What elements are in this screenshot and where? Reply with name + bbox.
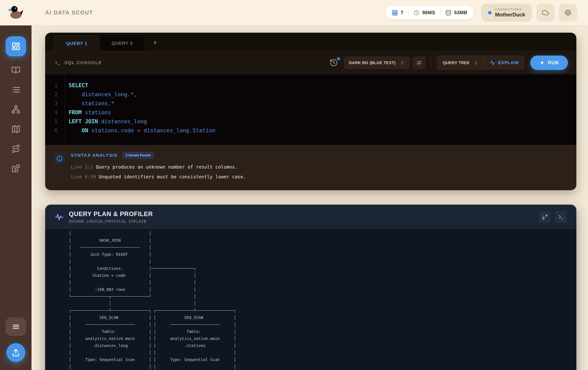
gear-icon xyxy=(564,9,572,16)
sidebar-item-schema[interactable] xyxy=(11,105,21,114)
sql-editor-panel: QUERY 1 QUERY 2 + SQL CONSOLE DARK BG (B… xyxy=(45,33,576,190)
menu-icon xyxy=(12,322,20,331)
explain-group: QUERY TREE EXPLAIN xyxy=(437,56,524,70)
issue-location: Line 6:39 xyxy=(71,174,96,179)
history-icon xyxy=(329,59,338,67)
stats-divider xyxy=(408,9,409,16)
notification-dot xyxy=(337,57,340,60)
history-button[interactable] xyxy=(329,59,338,67)
terminal-icon xyxy=(558,214,564,220)
tab-query-1[interactable]: QUERY 1 xyxy=(54,36,99,51)
sidebar-item-map[interactable] xyxy=(11,124,21,134)
clock-icon xyxy=(413,10,420,16)
stat-tables: 7 xyxy=(392,10,403,16)
explain-button[interactable]: EXPLAIN xyxy=(484,60,524,66)
connection-status-dot xyxy=(488,11,492,14)
theme-select[interactable]: DARK BG (BLUE TEXT) xyxy=(344,57,410,69)
app-logo xyxy=(0,3,32,22)
tab-query-2[interactable]: QUERY 2 xyxy=(100,35,145,51)
stat-duration: 96MS xyxy=(413,10,435,16)
expand-plan-button[interactable] xyxy=(539,211,551,223)
plan-mode-value: QUERY TREE xyxy=(443,60,470,65)
sidebar-item-lineage[interactable] xyxy=(11,144,21,153)
gutter-divider xyxy=(65,74,65,145)
plan-terminal-button[interactable] xyxy=(555,211,567,223)
issue-message xyxy=(93,164,96,170)
cloud-button[interactable] xyxy=(537,4,554,21)
top-bar: AI DATA SCOUT 7 96MS 53MB CONNECTIONS xyxy=(0,0,588,25)
syntax-issue: Line 6:39 Unquoted identifiers must be c… xyxy=(71,172,246,182)
stats-divider xyxy=(440,9,441,16)
explain-label: EXPLAIN xyxy=(498,60,519,65)
code-lines: 1SELECT2 distances_long.*,3 stations.*4F… xyxy=(45,81,576,135)
console-title: SQL CONSOLE xyxy=(64,60,102,65)
plan-tree: │ │ │ HASH_JOIN │ │ ────────────────────… xyxy=(69,230,576,370)
blocks-icon xyxy=(11,164,21,173)
table-icon xyxy=(392,10,398,16)
theme-select-value: DARK BG (BLUE TEXT) xyxy=(349,60,396,65)
main-content: QUERY 1 QUERY 2 + SQL CONSOLE DARK BG (B… xyxy=(32,25,588,370)
expand-icon xyxy=(542,214,548,220)
database-icon xyxy=(445,10,452,16)
syntax-analysis-panel: SYNTAX ANALYSIS 2 Issues Found Line 1:1 … xyxy=(45,145,576,190)
console-label: SQL CONSOLE xyxy=(54,60,102,66)
info-icon xyxy=(56,155,63,162)
settings-button[interactable] xyxy=(559,4,577,21)
sql-toolbar: SQL CONSOLE DARK BG (BLUE TEXT) xyxy=(45,51,576,74)
query-tab-strip: QUERY 1 QUERY 2 + xyxy=(45,33,576,51)
info-tile xyxy=(54,153,65,164)
add-tab-button[interactable]: + xyxy=(153,39,157,48)
run-label: RUN xyxy=(548,60,559,66)
pulse-icon xyxy=(55,212,64,221)
connections-label: CONNECTIONS xyxy=(495,8,525,11)
query-plan-header: QUERY PLAN & PROFILER DUCKDB LOGICAL/PHY… xyxy=(45,205,576,229)
syntax-issue: Line 1:1 Query produces an unknown numbe… xyxy=(71,162,246,172)
network-icon xyxy=(11,105,21,114)
chevrons-up-down-icon xyxy=(474,60,478,65)
syntax-analysis-title: SYNTAX ANALYSIS xyxy=(71,153,117,158)
query-stats-pill: 7 96MS 53MB xyxy=(385,6,474,19)
route-icon xyxy=(11,144,21,153)
sliders-icon xyxy=(416,60,422,66)
sidebar-item-docs[interactable] xyxy=(11,66,21,75)
issue-message xyxy=(96,174,99,179)
sidebar-item-list[interactable] xyxy=(11,85,21,94)
stat-memory: 53MB xyxy=(445,10,467,16)
query-plan-panel: QUERY PLAN & PROFILER DUCKDB LOGICAL/PHY… xyxy=(45,205,576,370)
sidebar-nav xyxy=(0,25,32,370)
toolbar-divider xyxy=(431,57,431,68)
cloud-icon xyxy=(542,9,549,16)
run-button[interactable]: RUN xyxy=(530,56,568,70)
sidebar-menu-button[interactable] xyxy=(5,318,26,336)
upload-button[interactable] xyxy=(6,343,25,362)
dashboard-icon xyxy=(11,41,21,51)
stat-duration-value: 96MS xyxy=(422,10,435,15)
upload-icon xyxy=(11,348,20,357)
sql-code-editor[interactable]: 1SELECT2 distances_long.*,3 stations.*4F… xyxy=(45,74,576,145)
chevrons-up-down-icon xyxy=(400,60,405,65)
duck-logo-icon xyxy=(7,3,25,22)
editor-settings-button[interactable] xyxy=(413,57,425,69)
stat-memory-value: 53MB xyxy=(454,10,467,15)
plan-title: QUERY PLAN & PROFILER xyxy=(69,210,153,218)
stat-table-count: 7 xyxy=(400,10,403,15)
sidebar-item-dashboard[interactable] xyxy=(6,36,26,56)
lightning-icon xyxy=(539,60,545,66)
issue-location: Line 1:1 xyxy=(71,164,93,170)
book-open-icon xyxy=(11,66,21,75)
plan-subtitle: DUCKDB LOGICAL/PHYSICAL EXPLAIN xyxy=(69,219,153,223)
connections-button[interactable]: CONNECTIONS MotherDuck xyxy=(482,4,532,21)
sidebar-item-extensions[interactable] xyxy=(11,164,21,173)
map-icon xyxy=(11,124,21,134)
plan-mode-select[interactable]: QUERY TREE xyxy=(437,60,484,65)
activity-icon xyxy=(490,60,495,66)
terminal-icon xyxy=(54,60,61,66)
connection-name: MotherDuck xyxy=(495,12,525,18)
page-title: AI DATA SCOUT xyxy=(45,10,93,16)
issues-count-badge: 2 Issues Found xyxy=(122,152,154,159)
list-icon xyxy=(11,85,21,94)
plan-body[interactable]: │ │ │ HASH_JOIN │ │ ────────────────────… xyxy=(45,229,576,370)
